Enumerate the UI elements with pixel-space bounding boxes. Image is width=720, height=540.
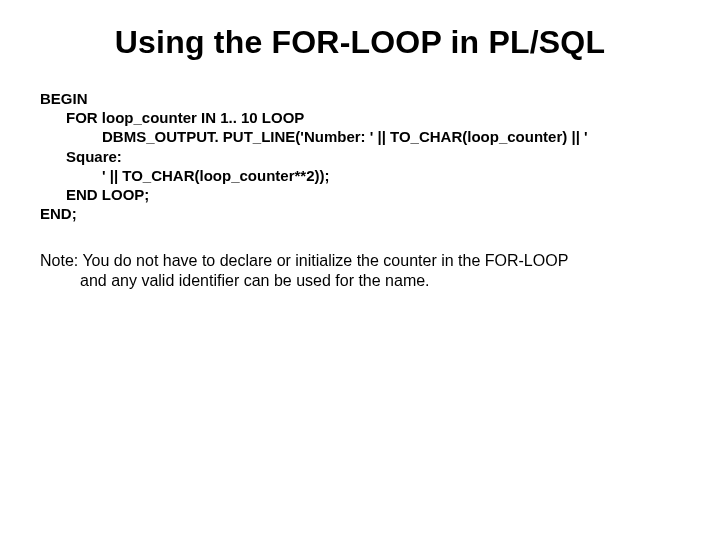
slide: Using the FOR-LOOP in PL/SQL BEGIN FOR l… [0,0,720,540]
note-line-2: and any valid identifier can be used for… [40,271,680,291]
code-line-concat: ' || TO_CHAR(loop_counter**2)); [40,166,680,185]
code-line-end: END; [40,204,680,223]
note-text: Note: You do not have to declare or init… [40,251,680,291]
code-line-begin: BEGIN [40,89,680,108]
code-line-endloop: END LOOP; [40,185,680,204]
code-block: BEGIN FOR loop_counter IN 1.. 10 LOOP DB… [40,89,680,223]
code-line-for: FOR loop_counter IN 1.. 10 LOOP [40,108,680,127]
code-line-square-label: Square: [40,147,680,166]
slide-title: Using the FOR-LOOP in PL/SQL [40,24,680,61]
code-line-putline: DBMS_OUTPUT. PUT_LINE('Number: ' || TO_C… [40,127,680,146]
note-line-1: Note: You do not have to declare or init… [40,252,568,269]
